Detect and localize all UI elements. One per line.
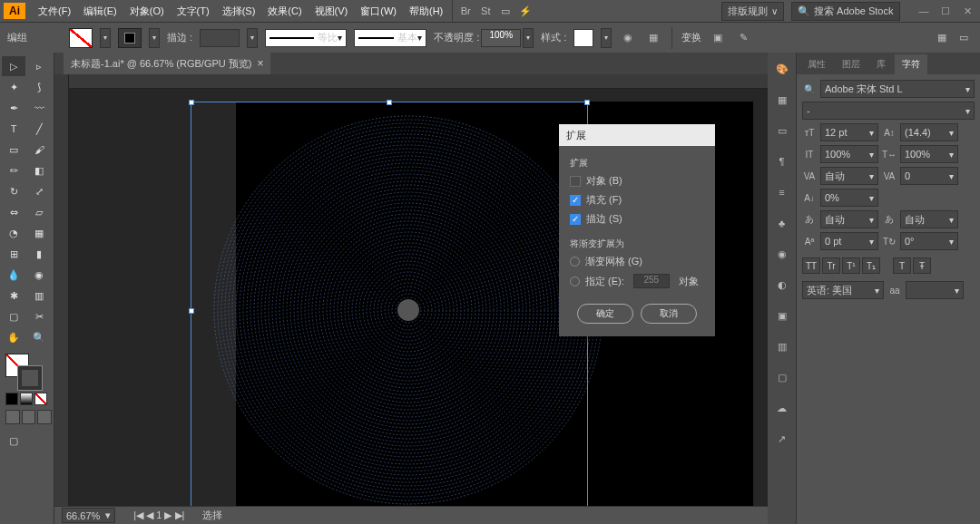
rotate-tool[interactable]: ↻: [2, 181, 25, 201]
magic-wand-tool[interactable]: ✦: [2, 77, 25, 97]
stroke-checkbox[interactable]: ✓: [570, 214, 581, 225]
appearance-panel-icon[interactable]: ◉: [773, 245, 791, 263]
fill-swatch[interactable]: [69, 28, 93, 48]
fill-stroke-control[interactable]: [5, 354, 42, 390]
smallcaps-button[interactable]: Tr: [822, 257, 840, 274]
fill-dropdown[interactable]: ▾: [100, 28, 111, 48]
shape-builder-tool[interactable]: ◔: [2, 223, 25, 243]
artboards-panel-icon[interactable]: ▢: [773, 368, 791, 386]
menu-type[interactable]: 文字(T): [172, 2, 215, 21]
gradient-panel-icon[interactable]: ♣: [773, 214, 791, 232]
gradient-tool[interactable]: ▮: [27, 244, 51, 264]
eyedropper-tool[interactable]: 💧: [2, 265, 25, 285]
opacity-dd[interactable]: ▾: [523, 28, 534, 48]
profile-dropdown[interactable]: 等比 ▾: [265, 29, 347, 47]
color-panel-icon[interactable]: 🎨: [773, 60, 791, 78]
tab-character[interactable]: 字符: [895, 54, 927, 74]
graphic-styles-panel-icon[interactable]: ◐: [773, 276, 791, 294]
subscript-button[interactable]: T₁: [862, 257, 880, 274]
panel-toggle-icon[interactable]: ▭: [955, 29, 973, 47]
baseline-pct-input[interactable]: 0%▾: [820, 189, 878, 207]
strikethrough-button[interactable]: Ŧ: [913, 257, 931, 274]
draw-inside[interactable]: [37, 410, 52, 424]
selection-bounding-box[interactable]: [191, 102, 588, 506]
window-minimize[interactable]: —: [915, 4, 933, 18]
gradient-swatch[interactable]: [20, 393, 33, 405]
panel-grid-icon[interactable]: ▦: [933, 29, 951, 47]
paintbrush-tool[interactable]: 🖌: [27, 140, 51, 160]
slice-tool[interactable]: ✂: [27, 306, 51, 326]
zoom-dropdown[interactable]: 66.67%▾: [62, 508, 115, 523]
document-tab[interactable]: 未标题-1.ai* @ 66.67% (RGB/GPU 预览) ×: [64, 53, 270, 74]
direct-selection-tool[interactable]: ▹: [27, 56, 51, 76]
fill-checkbox-row[interactable]: ✓ 填充 (F): [568, 190, 706, 209]
rectangle-tool[interactable]: ▭: [2, 140, 25, 160]
tab-close-icon[interactable]: ×: [257, 57, 263, 70]
artboard-tool[interactable]: ▢: [2, 306, 25, 326]
stroke-swatch[interactable]: [118, 28, 142, 48]
ruler-vertical[interactable]: [54, 74, 69, 506]
tab-libraries[interactable]: 库: [869, 54, 893, 74]
sel-handle-w[interactable]: [189, 308, 194, 314]
style-dd[interactable]: ▾: [601, 28, 612, 48]
layout-dropdown[interactable]: 排版规则∨: [721, 2, 784, 21]
cancel-button[interactable]: 取消: [641, 304, 697, 324]
menu-file[interactable]: 文件(F): [33, 2, 76, 21]
vscale-input[interactable]: 100%▾: [820, 145, 878, 163]
window-close[interactable]: ✕: [958, 4, 976, 18]
artboard-nav[interactable]: |◀ ◀ 1 ▶ ▶|: [133, 509, 184, 521]
lasso-tool[interactable]: ⟆: [27, 77, 51, 97]
tsume-input[interactable]: 自动▾: [820, 210, 878, 228]
baseline-shift-input[interactable]: 0 pt▾: [820, 232, 878, 250]
info-panel-icon[interactable]: ↗: [773, 430, 791, 448]
draw-behind[interactable]: [22, 410, 36, 424]
stock-search[interactable]: 🔍搜索 Adobe Stock: [791, 2, 900, 21]
pen-tool[interactable]: ✒: [2, 98, 25, 118]
hscale-input[interactable]: 100%▾: [900, 145, 958, 163]
arrange-icon[interactable]: ▭: [496, 4, 514, 18]
stroke-weight-input[interactable]: [200, 29, 240, 47]
edit-icon[interactable]: ✎: [734, 29, 752, 47]
menu-edit[interactable]: 编辑(E): [78, 2, 122, 21]
bridge-icon[interactable]: Br: [456, 4, 475, 18]
stroke-panel-icon[interactable]: ≡: [773, 183, 791, 201]
allcaps-button[interactable]: TT: [802, 257, 820, 274]
menu-window[interactable]: 窗口(W): [355, 2, 402, 21]
tab-layers[interactable]: 图层: [835, 54, 867, 74]
menu-view[interactable]: 视图(V): [309, 2, 354, 21]
stock-icon[interactable]: St: [476, 4, 495, 18]
layers-panel-icon[interactable]: ▣: [773, 306, 791, 325]
eraser-tool[interactable]: ◧: [27, 160, 51, 180]
isolate-icon[interactable]: ▣: [709, 29, 727, 47]
menu-select[interactable]: 选择(S): [217, 2, 261, 21]
gpu-icon[interactable]: ⚡: [516, 4, 534, 18]
recolor-icon[interactable]: ◉: [619, 29, 637, 47]
type-tool[interactable]: T: [2, 119, 25, 139]
opacity-input[interactable]: 100%: [481, 29, 521, 47]
kerning-input[interactable]: 自动▾: [820, 167, 878, 185]
free-transform-tool[interactable]: ▱: [27, 202, 51, 222]
font-style-dropdown[interactable]: -▾: [802, 102, 975, 120]
mesh-tool[interactable]: ⊞: [2, 244, 25, 264]
underline-button[interactable]: T: [893, 257, 911, 274]
curvature-tool[interactable]: 〰: [27, 98, 51, 118]
align-icon[interactable]: ▦: [644, 29, 662, 47]
swatches-panel-icon[interactable]: ▦: [773, 91, 791, 109]
zoom-tool[interactable]: 🔍: [27, 327, 51, 347]
selection-tool[interactable]: ▷: [2, 56, 25, 76]
stroke-weight-dd[interactable]: ▾: [247, 28, 258, 48]
stroke-dropdown[interactable]: ▾: [149, 28, 160, 48]
blend-tool[interactable]: ◉: [27, 265, 51, 285]
tracking-input[interactable]: 0▾: [900, 167, 958, 185]
shaper-tool[interactable]: ✏: [2, 160, 25, 180]
stroke-color[interactable]: [18, 366, 42, 390]
perspective-tool[interactable]: ▦: [27, 223, 51, 243]
scale-tool[interactable]: ⤢: [27, 181, 51, 201]
fill-checkbox[interactable]: ✓: [570, 195, 581, 206]
symbol-sprayer-tool[interactable]: ✱: [2, 286, 25, 306]
ruler-horizontal[interactable]: [54, 74, 768, 89]
screen-mode[interactable]: ▢: [2, 431, 25, 451]
language-dropdown[interactable]: 英语: 美国▾: [802, 281, 884, 299]
sel-handle-ne[interactable]: [584, 100, 590, 105]
graphic-style-swatch[interactable]: [573, 29, 593, 47]
